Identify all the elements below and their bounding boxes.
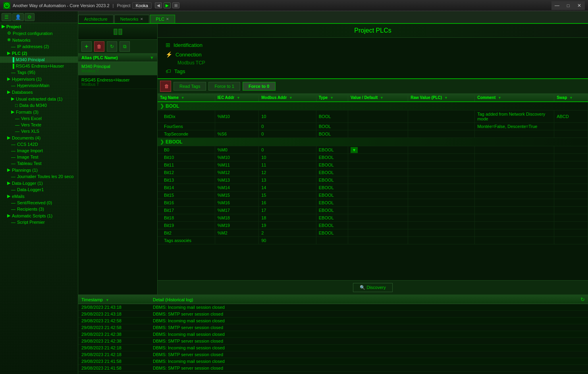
log-refresh-icon[interactable]: ↻ [580,296,585,302]
col-iec-filter[interactable]: ▼ [237,96,240,100]
table-row[interactable]: Tags associés 90 [158,237,588,244]
sidebar-item-plc[interactable]: ▶ PLC (2) [0,50,78,56]
close-btn[interactable]: ✕ [574,1,585,10]
table-row[interactable]: Bit12 %M12 12 EBOOL [158,169,588,176]
discovery-btn[interactable]: 🔍 Discovery [353,283,392,292]
sidebar-item-script-premier[interactable]: — Script Premier [0,219,78,225]
sidebar-settings-btn[interactable]: ⚙ [25,13,35,21]
prop-identification[interactable]: ⊞ Identification [166,40,580,50]
sidebar-item-scripts[interactable]: ▶ Automatic Scripts (1) [0,212,78,219]
col-tag-name-filter[interactable]: ▼ [181,96,185,100]
col-raw-filter[interactable]: ▼ [444,96,448,100]
col-comment-filter[interactable]: ▼ [498,96,501,100]
nav-play-btn[interactable]: ▶ [164,2,171,8]
log-ts-filter[interactable]: ▼ [106,298,109,302]
tab-plc-close[interactable]: ✕ [166,17,169,21]
plc-add-btn[interactable]: + [81,41,92,52]
table-row[interactable]: Bit16 %M16 16 EBOOL [158,199,588,207]
sidebar-item-hypervisors[interactable]: ▶ Hypervisors (1) [0,76,78,82]
table-row[interactable]: Bit18 %M18 18 EBOOL [158,214,588,222]
table-row[interactable]: TopSeconde %S6 0 BOOL [158,130,588,138]
log-timestamp: 29/08/2023 21:41:58 [81,359,153,364]
sidebar-item-vers-xls[interactable]: — Vers XLS [0,128,78,134]
sidebar-item-recipients[interactable]: — Recipients (3) [0,206,78,212]
table-row[interactable]: Bit13 %M13 13 EBOOL [158,176,588,184]
plc-item-m340[interactable]: M340 Principal Modbus T [78,62,157,76]
cell-value [348,161,408,169]
cell-raw [408,169,475,176]
sidebar-item-vers-texte[interactable]: — Vers Texte [0,122,78,128]
sidebar-item-tableau-test[interactable]: — Tableau Test [0,160,78,167]
table-row[interactable]: Bit14 %M14 14 EBOOL [158,184,588,192]
table-row[interactable]: Bit10 %M10 10 EBOOL [158,154,588,161]
table-row[interactable]: Bit19 %M19 19 EBOOL [158,222,588,229]
sidebar-item-rsg45[interactable]: ▐ RSG45 Endress+Hauser [0,63,78,69]
table-row[interactable]: Bit17 %M17 17 EBOOL [158,207,588,214]
force-to-1-btn[interactable]: Force to 1 [208,82,240,91]
sidebar-item-datalogger[interactable]: ▶ Data-Logger (1) [0,180,78,186]
table-row[interactable]: Bit15 %M15 15 EBOOL [158,192,588,199]
col-swap-filter[interactable]: ▼ [569,96,573,100]
sidebar-item-project[interactable]: ▶ Project [0,23,78,30]
sidebar-item-formats[interactable]: ▶ Formats (3) [0,109,78,115]
tags-delete-btn[interactable]: 🗑 [160,81,171,92]
sidebar-item-image-import[interactable]: — Image Import [0,147,78,154]
minimize-btn[interactable]: — [551,1,563,10]
tab-architecture[interactable]: Architecture [78,15,114,23]
col-value-filter[interactable]: ▼ [380,96,384,100]
tags-table-container[interactable]: Tag Name ▼ IEC Addr ▼ Modbus Addr [158,94,588,280]
maximize-btn[interactable]: □ [563,1,574,10]
sidebar-item-tags[interactable]: — Tags (95) [0,69,78,76]
cell-type: EBOOL [316,176,348,184]
sidebar-item-sent[interactable]: — Sent/Received (0) [0,200,78,206]
sidebar-item-image-test[interactable]: — Image Test [0,154,78,160]
sidebar-item-journalier[interactable]: — Journalier Toutes les 20 seco [0,173,78,180]
sidebar-item-plannings[interactable]: ▶ Plannings (1) [0,167,78,173]
nav-grid-btn[interactable]: ⊞ [172,2,179,8]
prop-connection[interactable]: ⚡ Connection [166,50,580,59]
force-to-0-btn[interactable]: Force to 0 [243,82,276,91]
sidebar-item-hypervisionmain[interactable]: — HypervisionMain [0,82,78,89]
sidebar-item-extracted[interactable]: ▶ Usual extracted data (1) [0,95,78,102]
log-timestamp: 29/08/2023 21:43:18 [81,312,153,316]
sidebar-item-ip[interactable]: — IP addresses (2) [0,43,78,50]
tab-plc[interactable]: PLC ✕ [150,15,175,23]
sidebar-item-dl1[interactable]: — Data-Logger1 [0,186,78,193]
tab-networks-close[interactable]: ✕ [140,17,143,21]
sidebar-item-databases[interactable]: ▶ Databases [0,89,78,95]
col-modbus-filter[interactable]: ▼ [289,96,293,100]
table-row[interactable]: FourSens 0 BOOL Montée=False, Descente=T… [158,123,588,130]
cell-tag-name: Bit17 [158,207,215,214]
group-header-row[interactable]: ❯EBOOL [158,138,588,146]
tab-networks[interactable]: Networks ✕ [114,15,149,23]
plc-item-rsg45[interactable]: RSG45 Endress+Hauser Modbus T [78,76,157,89]
prop-tags[interactable]: 🏷 Tags [166,66,580,76]
sidebar-item-project-config[interactable]: ⚙ Project configuration [0,30,78,37]
formats-expand-icon: ▶ [11,109,14,114]
table-row[interactable]: BitDix %M10 10 BOOL Tag added from Netwo… [158,110,588,123]
sidebar-item-vers-excel[interactable]: — Vers Excel [0,115,78,122]
plc-delete-btn[interactable]: 🗑 [94,41,104,52]
table-row[interactable]: Bit11 %M11 11 EBOOL [158,161,588,169]
table-row[interactable]: B0 %M0 0 EBOOL ▼ [158,146,588,154]
sidebar-item-emails[interactable]: ▶ eMails [0,193,78,200]
cell-raw [408,130,475,138]
sidebar-user-btn[interactable]: 👤 [12,13,24,21]
col-type-filter[interactable]: ▼ [330,96,334,100]
sidebar-menu-btn[interactable]: ☰ [2,13,12,21]
plc-refresh-btn[interactable]: ↻ [107,41,117,52]
read-tags-btn[interactable]: Read Tags [174,82,206,91]
cell-raw [408,192,475,199]
table-row[interactable]: Bit2 %M2 2 EBOOL [158,229,588,237]
sidebar-item-label: M340 Principal [16,57,45,62]
nav-back-btn[interactable]: ◀ [155,2,162,8]
group-header-row[interactable]: ❯BOOL [158,102,588,110]
tree: ▶ Project ⚙ Project configuration ❋ Netw… [0,23,78,225]
sidebar-item-m340[interactable]: ▐ M340 Principal [0,56,78,63]
sidebar-item-documents[interactable]: ▶ Documents (4) [0,134,78,141]
sidebar-item-datam340[interactable]: □ Data du M340 [0,102,78,109]
sidebar-item-ccs[interactable]: — CCS 142D [0,141,78,147]
plc-list-filter-icon[interactable]: ▼ [150,55,154,60]
sidebar-item-networks[interactable]: ❋ Networks [0,37,78,43]
plc-copy-btn[interactable]: ⧉ [120,41,130,52]
